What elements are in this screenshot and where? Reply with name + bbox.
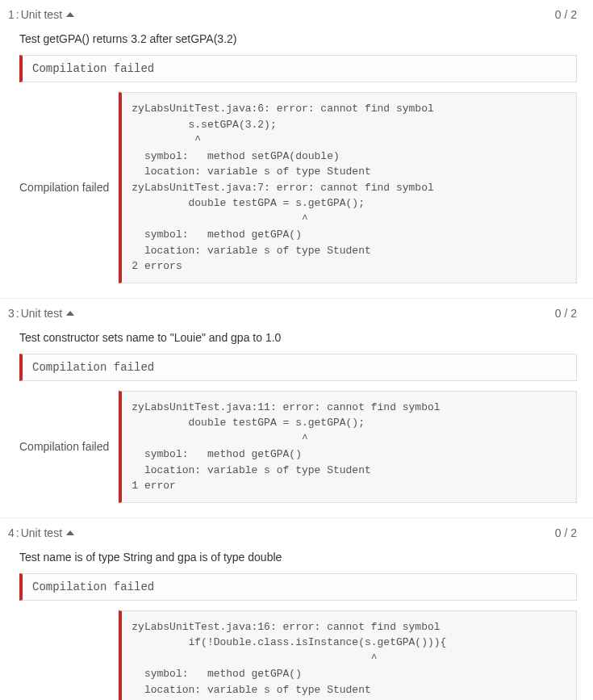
unit-test-block: 4: Unit test0 / 2Test name is of type St… (0, 518, 593, 701)
unit-test-block: 3: Unit test0 / 2Test constructor sets n… (0, 299, 593, 518)
test-type-label: Unit test (21, 526, 62, 539)
test-number-label: 3 (8, 307, 15, 320)
output-label: Compilation failed (19, 440, 109, 453)
error-output-box[interactable]: zyLabsUnitTest.java:6: error: cannot fin… (119, 92, 577, 283)
chevron-up-icon (66, 311, 74, 316)
test-collapse-toggle[interactable]: 3: Unit test (8, 307, 74, 320)
test-description: Test name is of type String and gpa is o… (19, 551, 577, 564)
test-header-left: 3: Unit test (8, 307, 74, 320)
error-output-text: zyLabsUnitTest.java:16: error: cannot fi… (122, 611, 576, 701)
test-type-label: Unit test (21, 307, 62, 320)
compilation-failed-banner: Compilation failed (19, 573, 577, 601)
test-score: 0 / 2 (555, 8, 577, 21)
compilation-failed-banner: Compilation failed (19, 55, 577, 82)
test-description: Test getGPA() returns 3.2 after setGPA(3… (19, 32, 577, 45)
compilation-failed-banner: Compilation failed (19, 354, 577, 381)
test-output-row: Compilation failedzyLabsUnitTest.java:6:… (19, 92, 577, 283)
test-type-label: Unit test (21, 8, 62, 21)
test-header-left: 4: Unit test (8, 526, 74, 539)
chevron-up-icon (66, 12, 74, 17)
test-header: 1: Unit test0 / 2 (8, 8, 577, 32)
test-header: 4: Unit test0 / 2 (8, 526, 577, 551)
error-output-text: zyLabsUnitTest.java:6: error: cannot fin… (122, 93, 576, 283)
unit-test-block: 1: Unit test0 / 2Test getGPA() returns 3… (0, 0, 593, 299)
test-description: Test constructor sets name to "Louie" an… (19, 331, 577, 344)
error-output-box[interactable]: zyLabsUnitTest.java:11: error: cannot fi… (119, 391, 577, 503)
chevron-up-icon (66, 530, 74, 535)
error-output-box[interactable]: zyLabsUnitTest.java:16: error: cannot fi… (119, 610, 577, 701)
test-score: 0 / 2 (555, 307, 577, 320)
test-collapse-toggle[interactable]: 4: Unit test (8, 526, 74, 539)
test-header: 3: Unit test0 / 2 (8, 307, 577, 331)
output-label: Compilation failed (19, 181, 109, 194)
test-number-label: 4 (8, 526, 15, 539)
test-header-left: 1: Unit test (8, 8, 74, 21)
test-score: 0 / 2 (555, 526, 577, 539)
test-collapse-toggle[interactable]: 1: Unit test (8, 8, 74, 21)
test-output-row: Compilation failedzyLabsUnitTest.java:11… (19, 391, 577, 503)
test-number-label: 1 (8, 8, 15, 21)
error-output-text: zyLabsUnitTest.java:11: error: cannot fi… (122, 392, 576, 502)
test-output-row: Compilation failedzyLabsUnitTest.java:16… (19, 610, 577, 701)
